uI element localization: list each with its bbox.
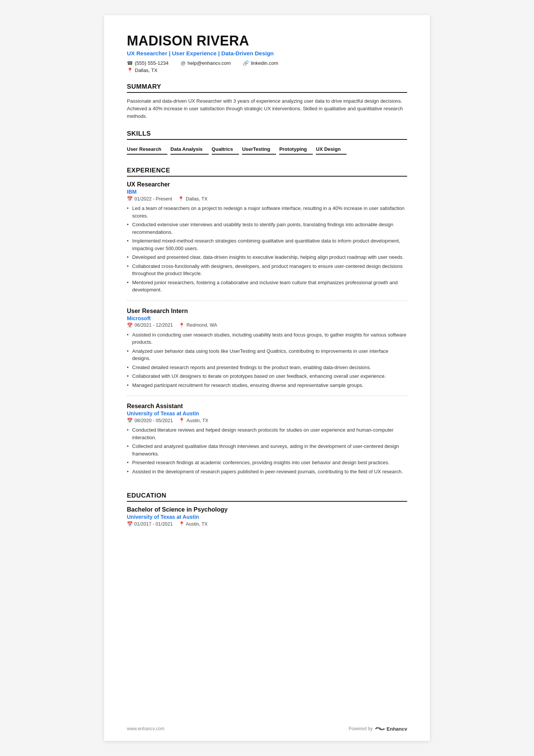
job-bullets: Led a team of researchers on a project t… <box>127 205 407 294</box>
job-date: 📅 06/2021 - 12/2021 <box>127 322 173 328</box>
page-footer: www.enhancv.com Powered by Enhancv <box>127 726 407 732</box>
skills-title: SKILLS <box>127 130 407 140</box>
job-bullets: Conducted literature reviews and helped … <box>127 426 407 475</box>
location-pin-icon: 📍 <box>179 322 185 328</box>
email-contact: @ help@enhancv.com <box>181 60 231 66</box>
job-company: University of Texas at Austin <box>127 410 407 416</box>
skill-item: Data Analysis <box>170 144 209 155</box>
job-date: 📅 08/2020 - 05/2021 <box>127 418 173 423</box>
jobs-container: UX Researcher IBM 📅 01/2022 - Present 📍 … <box>127 181 407 482</box>
job-date: 📅 01/2022 - Present <box>127 196 172 202</box>
email-address: help@enhancv.com <box>187 60 231 66</box>
calendar-icon: 📅 <box>127 322 133 328</box>
education-title: EDUCATION <box>127 492 407 502</box>
summary-text: Passionate and data-driven UX Researcher… <box>127 97 407 120</box>
job-title: UX Researcher <box>127 181 407 188</box>
phone-contact: ☎ (555) 555-1234 <box>127 60 169 66</box>
phone-icon: ☎ <box>127 60 133 66</box>
edu-block: Bachelor of Science in Psychology Univer… <box>127 506 407 527</box>
skill-item: Qualtrics <box>212 144 239 155</box>
skills-section: SKILLS User ResearchData AnalysisQualtri… <box>127 130 407 157</box>
location-pin-icon: 📍 <box>179 418 185 423</box>
contact-row-1: ☎ (555) 555-1234 @ help@enhancv.com 🔗 li… <box>127 60 407 66</box>
job-bullet: Analyzed user behavior data using tools … <box>127 347 407 362</box>
job-block: User Research Intern Microsoft 📅 06/2021… <box>127 308 407 396</box>
skills-list: User ResearchData AnalysisQualtricsUserT… <box>127 144 407 157</box>
phone-number: (555) 555-1234 <box>135 60 169 66</box>
candidate-name: MADISON RIVERA <box>127 33 407 49</box>
footer-url: www.enhancv.com <box>127 726 164 731</box>
job-bullet: Conducted extensive user interviews and … <box>127 221 407 236</box>
skill-item: Prototyping <box>279 144 313 155</box>
job-block: Research Assistant University of Texas a… <box>127 403 407 482</box>
job-title: Research Assistant <box>127 403 407 410</box>
job-bullet: Collaborated with UX designers to iterat… <box>127 373 407 380</box>
job-meta: 📅 06/2021 - 12/2021 📍 Redmond, WA <box>127 322 407 328</box>
job-bullet: Mentored junior researchers, fostering a… <box>127 279 407 294</box>
job-location: 📍 Redmond, WA <box>179 322 217 328</box>
edu-meta: 📅 01/2017 - 01/2021 📍 Austin, TX <box>127 521 407 527</box>
job-bullet: Assisted in the development of research … <box>127 468 407 476</box>
skill-item: UserTesting <box>242 144 276 155</box>
job-bullet: Led a team of researchers on a project t… <box>127 205 407 219</box>
job-company: Microsoft <box>127 315 407 321</box>
email-icon: @ <box>181 60 186 66</box>
job-bullet: Managed participant recruitment for rese… <box>127 382 407 389</box>
website-url: linkedin.com <box>251 60 278 66</box>
job-bullet: Created detailed research reports and pr… <box>127 364 407 371</box>
edu-date: 📅 01/2017 - 01/2021 <box>127 521 173 527</box>
job-bullet: Presented research findings at academic … <box>127 459 407 466</box>
footer-powered: Powered by Enhancv <box>348 726 407 732</box>
edu-school: University of Texas at Austin <box>127 514 407 520</box>
calendar-icon: 📅 <box>127 521 133 527</box>
skill-item: UX Design <box>316 144 347 155</box>
edu-location: 📍 Austin, TX <box>179 521 208 527</box>
resume-page: MADISON RIVERA UX Researcher | User Expe… <box>104 15 430 741</box>
job-bullet: Implemented mixed-method research strate… <box>127 237 407 252</box>
job-bullet: Collected and analyzed qualitative data … <box>127 443 407 457</box>
powered-by-label: Powered by <box>348 726 372 731</box>
edu-container: Bachelor of Science in Psychology Univer… <box>127 506 407 527</box>
header: MADISON RIVERA UX Researcher | User Expe… <box>127 33 407 73</box>
job-bullet: Conducted literature reviews and helped … <box>127 426 407 441</box>
job-location: 📍 Austin, TX <box>179 418 208 423</box>
location-icon: 📍 <box>127 67 133 73</box>
location-pin-icon: 📍 <box>179 521 185 527</box>
job-bullet: Collaborated cross-functionally with des… <box>127 263 407 277</box>
job-bullets: Assisted in conducting user research stu… <box>127 331 407 389</box>
skill-item: User Research <box>127 144 167 155</box>
job-title: User Research Intern <box>127 308 407 315</box>
enhancv-logo: Enhancv <box>375 726 407 732</box>
job-block: UX Researcher IBM 📅 01/2022 - Present 📍 … <box>127 181 407 301</box>
job-meta: 📅 08/2020 - 05/2021 📍 Austin, TX <box>127 418 407 423</box>
education-section: EDUCATION Bachelor of Science in Psychol… <box>127 492 407 527</box>
calendar-icon: 📅 <box>127 418 133 423</box>
location-text: Dallas, TX <box>135 67 158 73</box>
job-bullet: Assisted in conducting user research stu… <box>127 331 407 346</box>
summary-section: SUMMARY Passionate and data-driven UX Re… <box>127 83 407 120</box>
job-meta: 📅 01/2022 - Present 📍 Dallas, TX <box>127 196 407 202</box>
location-contact: 📍 Dallas, TX <box>127 67 158 73</box>
calendar-icon: 📅 <box>127 196 133 202</box>
summary-title: SUMMARY <box>127 83 407 93</box>
job-location: 📍 Dallas, TX <box>178 196 207 202</box>
job-bullet: Developed and presented clear, data-driv… <box>127 254 407 261</box>
enhancv-brand: Enhancv <box>387 726 407 732</box>
experience-title: EXPERIENCE <box>127 167 407 177</box>
location-pin-icon: 📍 <box>178 196 184 202</box>
enhancv-logo-svg <box>375 726 386 732</box>
job-company: IBM <box>127 189 407 195</box>
website-contact: 🔗 linkedin.com <box>243 60 278 66</box>
experience-section: EXPERIENCE UX Researcher IBM 📅 01/2022 -… <box>127 167 407 482</box>
edu-degree: Bachelor of Science in Psychology <box>127 506 407 513</box>
candidate-title: UX Researcher | User Experience | Data-D… <box>127 50 407 56</box>
contact-row-2: 📍 Dallas, TX <box>127 67 407 73</box>
link-icon: 🔗 <box>243 60 249 66</box>
